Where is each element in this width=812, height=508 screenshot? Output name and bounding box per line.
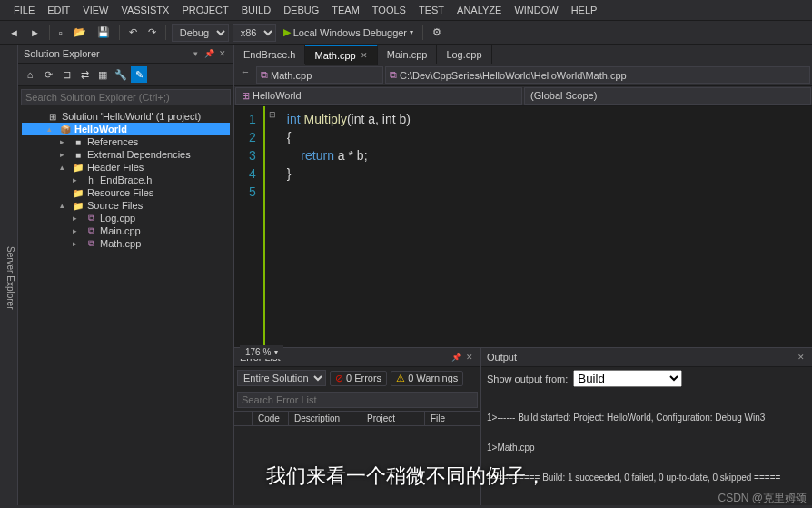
tree-item[interactable]: ▴📁Source Files xyxy=(22,199,230,212)
scope-right[interactable]: (Global Scope) xyxy=(524,87,811,105)
sync-icon[interactable]: ⇄ xyxy=(76,66,93,83)
wrench-icon[interactable]: ✎ xyxy=(131,66,147,83)
config-select[interactable]: Debug xyxy=(172,24,229,42)
menu-item[interactable]: FILE xyxy=(7,2,41,18)
tree-item[interactable]: 📁Resource Files xyxy=(22,186,230,199)
solution-tree[interactable]: ⊞Solution 'HelloWorld' (1 project) ▴📦Hel… xyxy=(18,108,233,505)
nav-fwd-icon[interactable]: ► xyxy=(26,25,44,40)
tree-item[interactable]: ▴📁Header Files xyxy=(22,161,230,174)
show-all-icon[interactable]: ▦ xyxy=(94,66,111,83)
editor-tab[interactable]: Main.cpp xyxy=(378,45,438,64)
tree-item[interactable]: ▸■External Dependencies xyxy=(22,148,230,161)
collapse-icon[interactable]: ⊟ xyxy=(58,66,74,83)
close-icon[interactable]: ✕ xyxy=(361,51,368,60)
dropdown-icon[interactable]: ▾ xyxy=(190,48,201,59)
server-explorer-tab[interactable]: Server Explorer xyxy=(4,243,17,313)
code-editor[interactable]: 12345 ⊟ int Multiply(int a, int b) { ret… xyxy=(234,106,812,347)
open-icon[interactable]: 📂 xyxy=(70,25,90,40)
menu-item[interactable]: VIEW xyxy=(76,2,114,18)
menu-item[interactable]: TOOLS xyxy=(366,2,412,18)
menu-item[interactable]: WINDOW xyxy=(508,2,564,18)
menu-bar: FILEEDITVIEWVASSISTXPROJECTBUILDDEBUGTEA… xyxy=(0,0,812,21)
debug-button[interactable]: ▶Local Windows Debugger▾ xyxy=(280,25,417,40)
close-icon[interactable]: ✕ xyxy=(796,352,807,363)
scope-left[interactable]: ⊞ HelloWorld xyxy=(235,87,522,105)
tab-bar: EndBrace.hMath.cpp✕Main.cppLog.cpp xyxy=(234,45,812,65)
platform-select[interactable]: x86 xyxy=(233,24,276,42)
tree-item[interactable]: ▸⧉Main.cpp xyxy=(22,224,230,237)
solution-toolbar: ⌂ ⟳ ⊟ ⇄ ▦ 🔧 ✎ xyxy=(18,64,233,86)
editor-tab[interactable]: Math.cpp✕ xyxy=(305,45,377,65)
line-gutter: 12345 xyxy=(234,106,263,347)
pin-icon[interactable]: 📌 xyxy=(203,48,214,59)
properties-icon[interactable]: 🔧 xyxy=(113,66,129,83)
new-icon[interactable]: ▫ xyxy=(55,25,66,40)
close-icon[interactable]: ✕ xyxy=(464,352,475,363)
close-icon[interactable]: ✕ xyxy=(217,48,228,59)
redo-icon[interactable]: ↷ xyxy=(144,25,160,40)
tree-item[interactable]: ▸■References xyxy=(22,135,230,148)
menu-item[interactable]: VASSISTX xyxy=(114,2,175,18)
menu-item[interactable]: DEBUG xyxy=(277,2,325,18)
menu-item[interactable]: HELP xyxy=(565,2,604,18)
tree-item[interactable]: ▸⧉Math.cpp xyxy=(22,237,230,250)
editor-tab[interactable]: Log.cpp xyxy=(437,45,491,64)
path-combo[interactable]: ⧉C:\Dev\CppSeries\HelloWorld\HelloWorld\… xyxy=(385,66,810,84)
watermark: CSDN @克里姆颂 xyxy=(718,491,807,506)
file-combo[interactable]: ⧉Math.cpp xyxy=(256,66,383,84)
solution-search-input[interactable] xyxy=(21,89,231,105)
panel-title: Solution Explorer xyxy=(24,48,100,59)
side-tab-strip: Server Explorer Toolbox xyxy=(0,45,18,505)
editor-area: EndBrace.hMath.cpp✕Main.cppLog.cpp ← ⧉Ma… xyxy=(234,45,812,505)
errors-filter[interactable]: ⊘0 Errors xyxy=(330,371,387,386)
nav-back-icon[interactable]: ← xyxy=(236,66,254,84)
output-source-select[interactable]: Build xyxy=(573,370,682,387)
pin-icon[interactable]: 📌 xyxy=(451,352,461,363)
main-toolbar: ◄ ► ▫ 📂 💾 ↶ ↷ Debug x86 ▶Local Windows D… xyxy=(0,21,812,45)
solution-explorer-panel: Solution Explorer ▾📌✕ ⌂ ⟳ ⊟ ⇄ ▦ 🔧 ✎ ⊞Sol… xyxy=(18,45,234,505)
menu-item[interactable]: TEAM xyxy=(325,2,366,18)
menu-item[interactable]: EDIT xyxy=(41,2,76,18)
undo-icon[interactable]: ↶ xyxy=(125,25,141,40)
tool-icon[interactable]: ⚙ xyxy=(429,25,445,40)
error-search-input[interactable] xyxy=(237,392,478,408)
tree-item[interactable]: ▸hEndBrace.h xyxy=(22,174,230,186)
menu-item[interactable]: ANALYZE xyxy=(451,2,508,18)
zoom-control[interactable]: 176 %▾ xyxy=(240,345,283,359)
home-icon[interactable]: ⌂ xyxy=(22,66,38,83)
menu-item[interactable]: TEST xyxy=(412,2,451,18)
refresh-icon[interactable]: ⟳ xyxy=(40,66,56,83)
menu-item[interactable]: PROJECT xyxy=(175,2,234,18)
menu-item[interactable]: BUILD xyxy=(235,2,277,18)
project-node[interactable]: ▴📦HelloWorld xyxy=(22,123,230,135)
scope-select[interactable]: Entire Solution xyxy=(237,370,326,386)
tree-item[interactable]: ▸⧉Log.cpp xyxy=(22,212,230,224)
editor-tab[interactable]: EndBrace.h xyxy=(234,45,305,64)
nav-back-icon[interactable]: ◄ xyxy=(5,25,23,40)
save-icon[interactable]: 💾 xyxy=(94,25,114,40)
warnings-filter[interactable]: ⚠0 Warnings xyxy=(391,371,463,386)
subtitle-text: 我们来看一个稍微不同的例子， xyxy=(0,463,812,490)
